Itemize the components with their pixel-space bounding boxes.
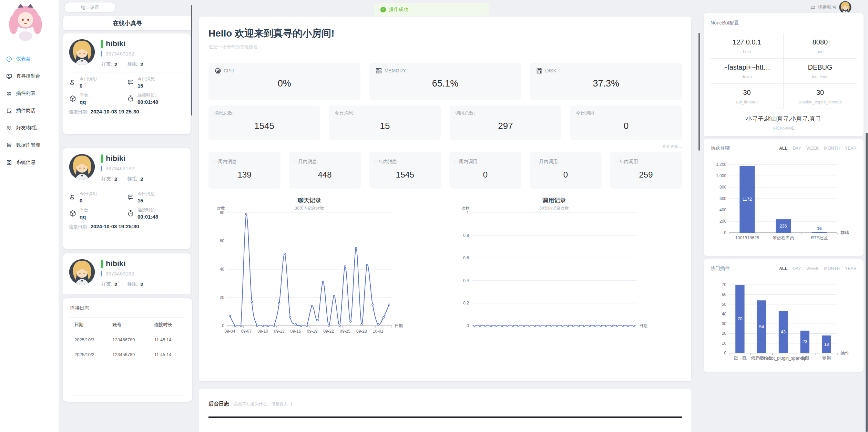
active-groups-tabs: ALLDAYWEEKMONTHYEAR bbox=[779, 146, 857, 151]
bot-stat: 平台:qq bbox=[69, 207, 127, 220]
system-stats-row: CPU0%MEMORY65.1%DISK37.3% bbox=[208, 63, 682, 100]
tab-week[interactable]: WEEK bbox=[806, 146, 819, 151]
svg-text:09-25: 09-25 bbox=[340, 329, 350, 334]
stat-card-value: 1545 bbox=[214, 121, 315, 131]
svg-text:23: 23 bbox=[803, 339, 807, 344]
svg-text:09-22: 09-22 bbox=[323, 329, 334, 334]
period-card: 一年内消息:1545 bbox=[369, 152, 441, 189]
svg-text:18: 18 bbox=[824, 342, 829, 347]
bot-stat-label: 连接时长: bbox=[137, 207, 158, 213]
table-filler-row bbox=[70, 362, 185, 395]
table-header-cell: 日期 bbox=[70, 318, 108, 332]
tab-day[interactable]: DAY bbox=[793, 146, 801, 151]
tab-day[interactable]: DAY bbox=[793, 266, 801, 271]
svg-text:54: 54 bbox=[759, 324, 764, 329]
system-card-value: 0% bbox=[214, 78, 355, 89]
svg-text:236: 236 bbox=[780, 224, 787, 229]
uid-bar bbox=[101, 271, 102, 277]
svg-text:0.8: 0.8 bbox=[463, 233, 469, 238]
active-groups-chart: 02004006008001,0001,20011721001918625236… bbox=[711, 160, 857, 247]
bot-stat-label: 平台: bbox=[80, 207, 89, 213]
tab-week[interactable]: WEEK bbox=[806, 266, 819, 271]
active-groups-card: 活跃群聊 ALLDAYWEEKMONTHYEAR 02004006008001,… bbox=[704, 139, 864, 256]
config-item-driver: ~fastapi+~htt…driver bbox=[711, 59, 784, 84]
backend-log-title: 后台日志 bbox=[208, 401, 229, 407]
see-more-link[interactable]: 查看更多... bbox=[662, 144, 682, 149]
period-card-value: 139 bbox=[213, 170, 276, 180]
config-value: 127.0.0.1 bbox=[713, 38, 781, 46]
stat-card-label: 今日调用: bbox=[576, 110, 676, 116]
tab-year[interactable]: YEAR bbox=[845, 146, 857, 151]
switch-account-button[interactable]: 切换账号 bbox=[818, 4, 836, 10]
nickname-value: 小寻子,绪山真寻,小真寻,真寻 bbox=[711, 115, 857, 123]
table-cell: 123456789 bbox=[108, 347, 150, 362]
main-content-scrollbar[interactable] bbox=[698, 33, 700, 151]
bot-name: hibiki bbox=[106, 39, 125, 48]
cube-icon bbox=[69, 95, 76, 102]
sidebar-item-好友/群组[interactable]: 好友/群组 bbox=[0, 119, 59, 137]
period-card-label: 一周内调用: bbox=[454, 159, 517, 165]
svg-text:30天内记录次数: 30天内记录次数 bbox=[539, 206, 569, 211]
svg-text:0: 0 bbox=[222, 323, 224, 328]
sidebar-item-仪表盘[interactable]: 仪表盘 bbox=[0, 50, 59, 68]
active-groups-title: 活跃群聊 bbox=[711, 145, 730, 151]
bot-stat-label: 今日调用: bbox=[80, 76, 98, 82]
page-scrollbar[interactable] bbox=[866, 133, 868, 432]
cube-icon bbox=[69, 210, 76, 217]
hot-plugins-title: 热门插件 bbox=[711, 265, 730, 272]
online-bots-header: 在线小真寻 bbox=[63, 16, 192, 30]
port-settings-button[interactable]: 端口设置 bbox=[64, 2, 116, 13]
hot-plugins-card: 热门插件 ALLDAYWEEKMONTHYEAR 010203040506070… bbox=[704, 259, 864, 372]
account-avatar[interactable] bbox=[839, 1, 851, 13]
bot-stat-value: 0 bbox=[80, 83, 98, 89]
cpu-icon bbox=[214, 67, 222, 74]
system-card-label: CPU bbox=[224, 68, 234, 73]
period-card: 一月内消息:448 bbox=[289, 152, 361, 189]
backend-log-card: 后台日志 虽然不知道为什么，但是视力+1 bbox=[199, 389, 691, 432]
sidebar-item-插件列表[interactable]: 插件列表 bbox=[0, 85, 59, 102]
config-label: session_expire_timeout bbox=[786, 100, 855, 104]
stat-card-label: 今日消息: bbox=[335, 110, 435, 116]
bot-list-scrollbar[interactable] bbox=[191, 5, 192, 115]
tab-month[interactable]: MONTH bbox=[824, 266, 840, 271]
sidebar-item-label: 插件列表 bbox=[16, 90, 35, 97]
friends-icon bbox=[6, 125, 12, 131]
bot-name: hibiki bbox=[106, 259, 125, 268]
sidebar-item-真寻控制台[interactable]: 真寻控制台 bbox=[0, 68, 59, 85]
sidebar-item-数据库管理[interactable]: 数据库管理 bbox=[0, 137, 59, 154]
sidebar-item-label: 插件商店 bbox=[16, 108, 35, 114]
stat-card: 今日调用:0 bbox=[570, 106, 682, 140]
online-status-bar bbox=[101, 154, 103, 163]
sidebar-item-系统信息[interactable]: 系统信息 bbox=[0, 154, 59, 171]
period-card-label: 一周内消息: bbox=[213, 159, 276, 165]
connection-log-card: 连接日志 日期账号连接时长2025/10/312345678911:45:142… bbox=[63, 298, 192, 402]
bot-card: hibiki3373463162好友:2群组:2今日调用:0今日消息:15平台:… bbox=[63, 253, 191, 294]
bot-stat-value: 0 bbox=[80, 198, 98, 203]
tab-all[interactable]: ALL bbox=[779, 266, 787, 271]
groups-count: 2 bbox=[140, 281, 143, 287]
period-card: 一周内调用:0 bbox=[449, 152, 521, 189]
svg-text:70: 70 bbox=[722, 282, 727, 287]
page-subtitle: 这是一场传奇的冒险旅途... bbox=[208, 44, 682, 50]
svg-text:09-19: 09-19 bbox=[307, 329, 318, 334]
system-card-label: MEMORY bbox=[385, 68, 406, 73]
return-icon bbox=[69, 79, 76, 86]
groups-label: 群组: bbox=[127, 61, 138, 67]
friends-count: 2 bbox=[114, 61, 117, 67]
message-icon bbox=[127, 193, 134, 201]
svg-text:09-04: 09-04 bbox=[225, 329, 235, 334]
svg-text:次数: 次数 bbox=[461, 206, 470, 211]
table-row: 2025/10/212345678911:45:14 bbox=[70, 347, 185, 362]
svg-text:16: 16 bbox=[817, 226, 822, 231]
toast-message: 操作成功 bbox=[389, 7, 408, 13]
tab-all[interactable]: ALL bbox=[779, 146, 787, 151]
config-grid: 127.0.0.1host8080port~fastapi+~htt…drive… bbox=[711, 33, 857, 109]
sidebar-item-插件商店[interactable]: 插件商店 bbox=[0, 102, 59, 119]
tab-month[interactable]: MONTH bbox=[824, 146, 840, 151]
tab-year[interactable]: YEAR bbox=[845, 266, 857, 271]
page-title: Hello 欢迎来到真寻的小房间! bbox=[208, 27, 682, 40]
svg-text:30: 30 bbox=[722, 321, 727, 326]
svg-text:0: 0 bbox=[724, 230, 726, 235]
plugins-icon bbox=[6, 90, 12, 97]
bot-avatar bbox=[69, 39, 95, 65]
